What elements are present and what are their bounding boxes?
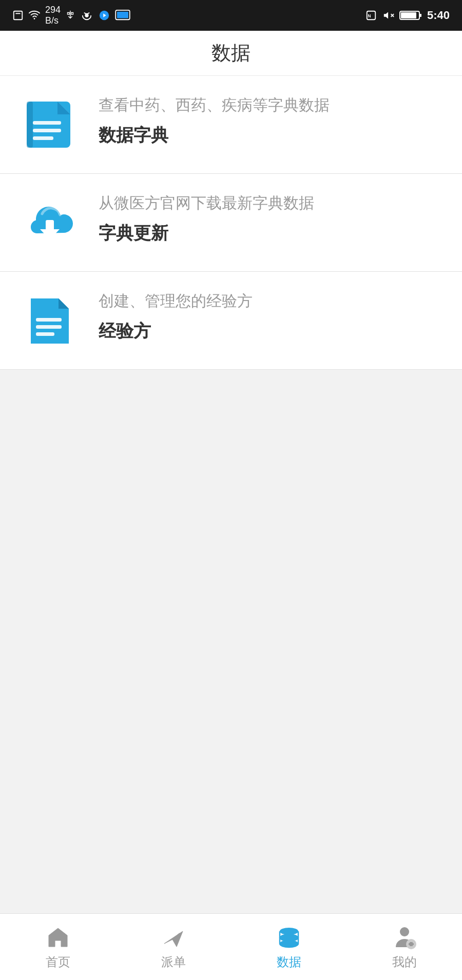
status-left: 294B/s [12, 5, 130, 26]
data-dictionary-label: 数据字典 [99, 124, 168, 147]
experience-formula-text: 创建、管理您的经验方 经验方 [99, 287, 253, 343]
dictionary-update-desc: 从微医方官网下载最新字典数据 [99, 191, 314, 214]
dictionary-update-label: 字典更新 [99, 222, 168, 245]
media-icon [98, 10, 111, 21]
person-icon [391, 924, 418, 951]
menu-item-dictionary-update[interactable]: 从微医方官网下载最新字典数据 字典更新 [0, 174, 462, 272]
svg-point-29 [400, 927, 409, 936]
content-area: 查看中药、西药、疾病等字典数据 数据字典 从微医方官网下载最新字典数据 字典更新 [0, 76, 462, 913]
page-title: 数据 [211, 40, 251, 66]
network-speed: 294B/s [45, 5, 61, 26]
tab-bar: 首页 派单 数据 [0, 913, 462, 980]
time-display: 5:40 [427, 9, 450, 22]
svg-rect-19 [27, 102, 33, 148]
file-icon [12, 10, 24, 21]
menu-item-experience-formula[interactable]: 创建、管理您的经验方 经验方 [0, 272, 462, 370]
status-right: N 5:40 [364, 9, 450, 22]
tab-data[interactable]: 数据 [231, 914, 346, 980]
status-bar: 294B/s N 5:40 [0, 0, 462, 31]
data-dictionary-desc: 查看中药、西药、疾病等字典数据 [99, 93, 330, 116]
menu-item-data-dictionary[interactable]: 查看中药、西药、疾病等字典数据 数据字典 [0, 76, 462, 174]
experience-formula-label: 经验方 [99, 319, 151, 343]
database-icon [276, 924, 302, 951]
svg-rect-32 [409, 943, 414, 945]
dictionary-update-text: 从微医方官网下载最新字典数据 字典更新 [99, 189, 314, 245]
svg-point-28 [280, 940, 298, 947]
svg-rect-14 [420, 14, 421, 17]
signal-icon [80, 10, 93, 21]
screen-icon [115, 10, 130, 21]
tab-dispatch[interactable]: 派单 [116, 914, 231, 980]
send-icon [160, 924, 187, 951]
tab-home[interactable]: 首页 [0, 914, 116, 980]
svg-rect-7 [117, 12, 128, 18]
svg-point-2 [34, 18, 35, 19]
svg-rect-22 [36, 318, 62, 322]
experience-formula-desc: 创建、管理您的经验方 [99, 289, 253, 312]
data-dictionary-icon [16, 91, 83, 158]
usb-icon [65, 10, 76, 21]
svg-marker-21 [40, 229, 60, 239]
wifi-icon [28, 10, 41, 21]
tab-data-label: 数据 [277, 954, 301, 970]
experience-formula-icon [16, 287, 83, 354]
svg-rect-13 [401, 12, 416, 18]
tab-mine[interactable]: 我的 [346, 914, 462, 980]
dictionary-update-icon [16, 189, 83, 256]
mute-icon [383, 10, 394, 21]
tab-mine-label: 我的 [392, 954, 417, 970]
svg-rect-24 [36, 332, 54, 336]
svg-rect-18 [33, 136, 53, 140]
battery-icon [399, 10, 422, 21]
svg-point-27 [280, 934, 298, 941]
svg-rect-23 [36, 325, 62, 329]
svg-point-26 [280, 928, 298, 935]
data-dictionary-text: 查看中药、西药、疾病等字典数据 数据字典 [99, 91, 330, 147]
svg-text:N: N [368, 14, 371, 18]
tab-home-label: 首页 [46, 954, 70, 970]
nfc-icon: N [364, 10, 378, 21]
tab-dispatch-label: 派单 [161, 954, 186, 970]
svg-rect-0 [14, 11, 23, 20]
home-icon [45, 924, 71, 951]
svg-rect-16 [33, 121, 61, 125]
page-header: 数据 [0, 31, 462, 76]
svg-rect-17 [33, 129, 61, 132]
